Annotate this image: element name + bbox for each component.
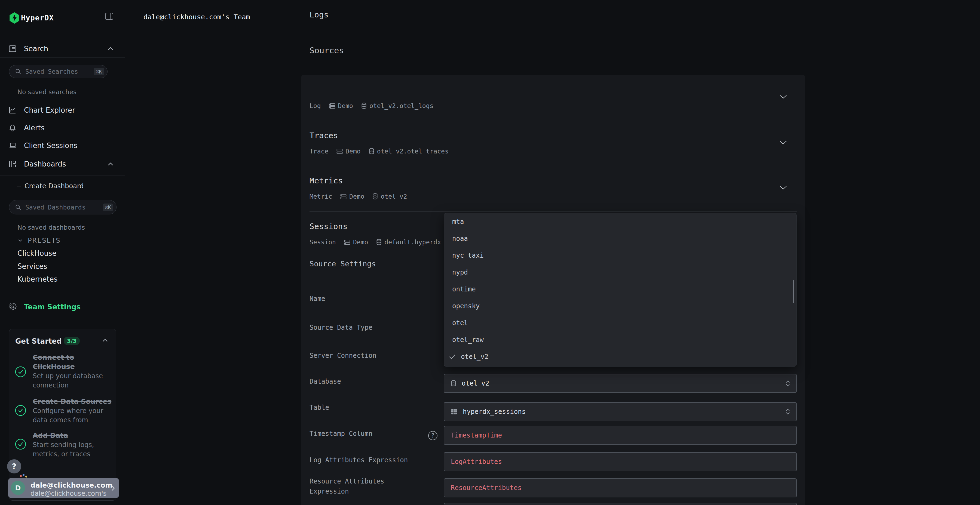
saved-searches-input[interactable]: Saved Searches ⌘K bbox=[9, 65, 108, 78]
gear-icon bbox=[9, 303, 17, 311]
sidebar-item-clickhouse[interactable]: ClickHouse bbox=[0, 247, 125, 259]
timestamp-column-value: TimestampTime bbox=[451, 432, 502, 439]
source-connection: Demo bbox=[353, 239, 368, 246]
resource-attributes-input[interactable]: ResourceAttributes bbox=[444, 478, 797, 497]
sidebar-divider bbox=[0, 57, 125, 58]
search-icon bbox=[15, 204, 21, 210]
database-icon bbox=[361, 103, 367, 109]
server-icon bbox=[344, 240, 350, 245]
dropdown-option[interactable]: opensky bbox=[444, 298, 797, 314]
source-row-meta: Metric Demo otel_v2 bbox=[310, 193, 407, 200]
check-circle-icon bbox=[15, 366, 26, 377]
dropdown-option[interactable]: nypd bbox=[444, 264, 797, 281]
help-circle-icon[interactable]: ? bbox=[428, 431, 438, 440]
sidebar-item-client-sessions[interactable]: Client Sessions bbox=[0, 139, 125, 152]
get-started-item[interactable]: Add Data Start sending logs, metrics, or… bbox=[33, 431, 111, 459]
check-circle-icon bbox=[15, 405, 26, 416]
database-icon bbox=[376, 239, 382, 245]
preset-label: ClickHouse bbox=[18, 249, 56, 257]
field-label-database: Database bbox=[310, 376, 341, 387]
source-table: otel_v2 bbox=[380, 193, 407, 200]
sidebar-item-team-settings[interactable]: Team Settings bbox=[0, 300, 125, 313]
timestamp-column-input[interactable]: TimestampTime bbox=[444, 426, 797, 445]
main-content: Sources Logs Log Demo otel_v2.otel_logs bbox=[301, 32, 805, 505]
dropdown-option[interactable]: mta bbox=[444, 213, 797, 230]
dropdown-option[interactable]: nyc_taxi bbox=[444, 247, 797, 264]
table-value: hyperdx_sessions bbox=[463, 408, 526, 416]
text-cursor bbox=[490, 379, 490, 388]
task-desc: data comes from bbox=[33, 416, 111, 425]
next-field-input[interactable] bbox=[444, 503, 797, 505]
label-line: Resource Attributes bbox=[310, 476, 384, 486]
search-section-icon bbox=[9, 45, 16, 52]
log-attributes-value: LogAttributes bbox=[451, 458, 502, 465]
task-title: Connect to bbox=[33, 353, 111, 362]
scrollbar-thumb[interactable] bbox=[793, 280, 794, 303]
get-started-item[interactable]: Connect to ClickHouse Set up your databa… bbox=[33, 353, 111, 390]
chevron-down-icon[interactable] bbox=[780, 95, 787, 99]
source-kind: Session bbox=[310, 239, 336, 246]
option-label: otel bbox=[452, 319, 468, 327]
table-select[interactable]: hyperdx_sessions bbox=[444, 402, 797, 421]
create-dashboard-label: Create Dashboard bbox=[24, 182, 84, 190]
dropdown-option[interactable]: noaa bbox=[444, 230, 797, 247]
top-bar: dale@clickhouse.com's Team bbox=[125, 0, 980, 32]
sidebar-item-alerts[interactable]: Alerts bbox=[0, 121, 125, 134]
select-chevrons-icon[interactable] bbox=[784, 380, 791, 387]
no-saved-searches-note: No saved searches bbox=[18, 89, 76, 95]
source-connection: Demo bbox=[338, 102, 353, 110]
database-select[interactable]: otel_v2 bbox=[444, 374, 797, 393]
field-label-name: Name bbox=[310, 294, 325, 304]
task-desc: metrics, or traces bbox=[33, 449, 111, 459]
create-dashboard-button[interactable]: Create Dashboard bbox=[0, 180, 125, 192]
help-button[interactable]: ? bbox=[7, 459, 21, 473]
saved-dashboards-input[interactable]: Saved Dashboards ⌘K bbox=[9, 200, 116, 214]
sidebar-section-search[interactable]: Search bbox=[0, 41, 125, 56]
chevron-up-icon bbox=[108, 47, 113, 50]
chevron-down-icon bbox=[18, 239, 22, 242]
log-attributes-input[interactable]: LogAttributes bbox=[444, 452, 797, 471]
brand-name: HyperDX bbox=[21, 14, 54, 22]
laptop-icon bbox=[9, 142, 17, 149]
source-settings-title: Source Settings bbox=[310, 260, 376, 268]
sidebar-section-dashboards[interactable]: Dashboards bbox=[0, 157, 125, 171]
source-kind: Trace bbox=[310, 148, 328, 155]
dropdown-option[interactable]: otel_raw bbox=[444, 332, 797, 348]
divider bbox=[310, 121, 797, 121]
chart-icon bbox=[9, 106, 16, 114]
sidebar-item-label: Client Sessions bbox=[24, 141, 77, 150]
sidebar-item-chart-explorer[interactable]: Chart Explorer bbox=[0, 104, 125, 117]
chevron-down-icon[interactable] bbox=[780, 140, 787, 145]
dropdown-option[interactable]: ontime bbox=[444, 281, 797, 298]
dropdown-option-selected[interactable]: otel_v2 bbox=[444, 348, 797, 365]
sidebar-item-services[interactable]: Services bbox=[0, 260, 125, 272]
saved-searches-placeholder: Saved Searches bbox=[25, 68, 78, 75]
label-line: Expression bbox=[310, 486, 384, 497]
option-label: noaa bbox=[452, 235, 468, 243]
task-desc: connection bbox=[33, 381, 111, 390]
option-label: nyc_taxi bbox=[452, 252, 484, 259]
presets-toggle[interactable]: PRESETS bbox=[0, 235, 125, 246]
server-icon bbox=[340, 194, 347, 199]
source-row-meta: Trace Demo otel_v2.otel_traces bbox=[310, 148, 449, 155]
source-row-title: Logs bbox=[310, 10, 329, 19]
user-team: dale@clickhouse.com's bbox=[30, 490, 107, 497]
task-desc: Start sending logs, bbox=[33, 440, 111, 449]
option-label: otel_raw bbox=[452, 336, 484, 344]
database-dropdown: mta noaa nyc_taxi nypd ontime opensky ot… bbox=[444, 213, 797, 367]
user-menu[interactable]: D dale@clickhouse.com dale@clickhouse.co… bbox=[8, 478, 119, 498]
brand-row: HyperDX bbox=[0, 10, 125, 25]
select-chevrons-icon[interactable] bbox=[784, 408, 791, 415]
source-connection: Demo bbox=[345, 148, 360, 155]
collapse-sidebar-icon[interactable] bbox=[105, 13, 113, 20]
chevron-down-icon[interactable] bbox=[780, 186, 787, 190]
source-row-meta: Log Demo otel_v2.otel_logs bbox=[310, 102, 433, 110]
saved-dashboards-placeholder: Saved Dashboards bbox=[25, 204, 86, 211]
task-title: Create Data Sources bbox=[33, 397, 111, 406]
task-title: ClickHouse bbox=[33, 362, 111, 372]
get-started-item[interactable]: Create Data Sources Configure where your… bbox=[33, 397, 111, 425]
chevron-up-icon[interactable] bbox=[102, 339, 108, 342]
dropdown-option[interactable]: otel bbox=[444, 314, 797, 332]
sidebar-item-kubernetes[interactable]: Kubernetes bbox=[0, 273, 125, 285]
task-title: Add Data bbox=[33, 431, 111, 440]
